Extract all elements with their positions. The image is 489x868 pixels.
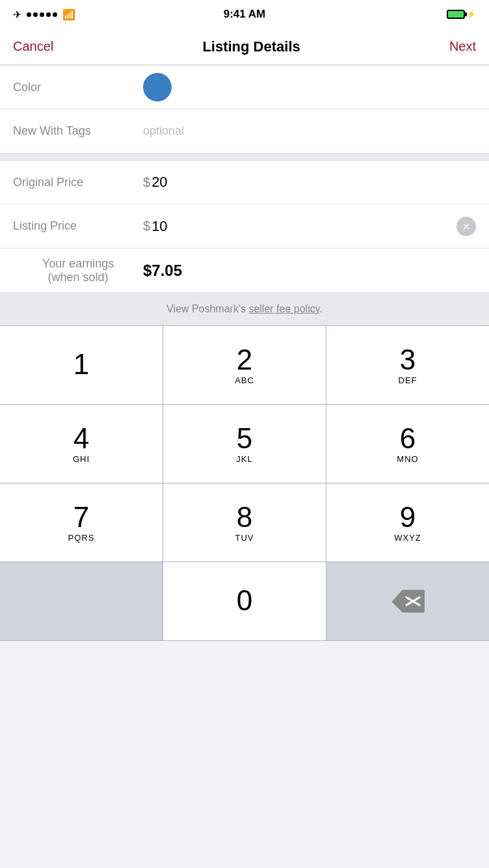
- earnings-row: Your earnings (when sold) $7.05: [0, 249, 489, 293]
- listing-price-row[interactable]: Listing Price $ 10: [0, 204, 489, 249]
- key-8-letters: TUV: [235, 533, 254, 543]
- keypad-row-1: 1 2 ABC 3 DEF: [0, 326, 489, 405]
- signal-dot-4: [46, 12, 51, 17]
- keypad-row-2: 4 GHI 5 JKL 6 MNO: [0, 405, 489, 483]
- signal-dots: [27, 12, 57, 17]
- original-price-number: 20: [152, 174, 167, 191]
- status-left: ✈ 📶: [13, 8, 75, 21]
- form-section: Color New With Tags optional: [0, 65, 489, 154]
- seller-fee-policy-link[interactable]: seller fee policy: [248, 303, 319, 314]
- key-7-number: 7: [73, 503, 89, 532]
- clear-listing-price-button[interactable]: [456, 217, 476, 236]
- key-0[interactable]: 0: [163, 562, 326, 640]
- keypad-row-4: 0: [0, 562, 489, 641]
- listing-price-label: Listing Price: [13, 219, 143, 233]
- earnings-amount: $7.05: [143, 262, 182, 280]
- key-6[interactable]: 6 MNO: [326, 405, 489, 483]
- status-right: ⚡: [447, 10, 476, 19]
- earnings-value: $7.05: [143, 262, 476, 280]
- key-8[interactable]: 8 TUV: [163, 483, 326, 562]
- key-9-letters: WXYZ: [394, 533, 421, 543]
- original-price-input: $ 20: [143, 174, 168, 191]
- listing-price-input: $ 10: [143, 218, 168, 235]
- signal-dot-3: [40, 12, 44, 17]
- key-8-number: 8: [237, 503, 252, 532]
- fee-notice-text: View Poshmark's: [166, 303, 248, 314]
- key-2-number: 2: [237, 346, 252, 374]
- original-price-symbol: $: [143, 175, 150, 190]
- keypad-row-3: 7 PQRS 8 TUV 9 WXYZ: [0, 483, 489, 562]
- key-4-number: 4: [73, 424, 89, 453]
- key-5-letters: JKL: [236, 454, 252, 464]
- color-swatch[interactable]: [143, 73, 172, 102]
- battery-icon: [447, 10, 465, 19]
- color-label: Color: [13, 81, 143, 94]
- cancel-button[interactable]: Cancel: [13, 39, 53, 54]
- status-time: 9:41 AM: [224, 8, 266, 21]
- key-6-letters: MNO: [397, 454, 418, 464]
- earnings-label: Your earnings (when sold): [13, 257, 143, 284]
- prices-section: Original Price $ 20 Listing Price $ 10 Y…: [0, 160, 489, 293]
- original-price-value[interactable]: $ 20: [143, 174, 476, 191]
- key-0-number: 0: [237, 586, 252, 615]
- page-title: Listing Details: [202, 38, 300, 55]
- key-2[interactable]: 2 ABC: [163, 326, 326, 404]
- key-4-letters: GHI: [73, 454, 90, 464]
- key-1[interactable]: 1: [0, 326, 163, 404]
- delete-key[interactable]: [326, 562, 489, 640]
- new-with-tags-row[interactable]: New With Tags optional: [0, 109, 489, 154]
- battery-container: ⚡: [447, 10, 476, 19]
- key-5[interactable]: 5 JKL: [163, 405, 326, 483]
- key-7-letters: PQRS: [68, 533, 95, 543]
- charging-bolt: ⚡: [466, 10, 476, 19]
- key-1-number: 1: [73, 350, 89, 379]
- signal-dot-5: [53, 12, 57, 17]
- nav-bar: Cancel Listing Details Next: [0, 29, 489, 65]
- airplane-icon: ✈: [13, 8, 21, 21]
- key-9[interactable]: 9 WXYZ: [326, 483, 489, 562]
- listing-price-value[interactable]: $ 10: [143, 217, 476, 236]
- listing-price-number: 10: [152, 218, 167, 235]
- key-3[interactable]: 3 DEF: [326, 326, 489, 404]
- key-3-letters: DEF: [399, 375, 417, 385]
- key-7[interactable]: 7 PQRS: [0, 483, 163, 562]
- numeric-keypad: 1 2 ABC 3 DEF 4 GHI 5 JKL 6 MNO 7 PQRS: [0, 325, 489, 641]
- status-bar: ✈ 📶 9:41 AM ⚡: [0, 0, 489, 29]
- signal-dot-1: [27, 12, 31, 17]
- key-9-number: 9: [400, 503, 416, 532]
- section-divider-1: [0, 154, 489, 160]
- key-2-letters: ABC: [235, 375, 254, 385]
- key-6-number: 6: [400, 424, 416, 453]
- new-with-tags-label: New With Tags: [13, 124, 143, 138]
- color-row[interactable]: Color: [0, 65, 489, 109]
- key-empty: [0, 562, 163, 640]
- listing-price-symbol: $: [143, 219, 150, 234]
- color-value[interactable]: [143, 73, 476, 102]
- key-4[interactable]: 4 GHI: [0, 405, 163, 483]
- new-with-tags-value[interactable]: optional: [143, 124, 476, 138]
- delete-icon: [391, 589, 425, 614]
- fee-notice-suffix: .: [320, 303, 323, 314]
- original-price-row[interactable]: Original Price $ 20: [0, 160, 489, 204]
- signal-dot-2: [33, 12, 38, 17]
- key-5-number: 5: [237, 424, 252, 453]
- fee-notice: View Poshmark's seller fee policy.: [0, 293, 489, 325]
- key-3-number: 3: [400, 346, 416, 374]
- next-button[interactable]: Next: [449, 39, 476, 54]
- original-price-label: Original Price: [13, 176, 143, 189]
- wifi-icon: 📶: [62, 8, 75, 21]
